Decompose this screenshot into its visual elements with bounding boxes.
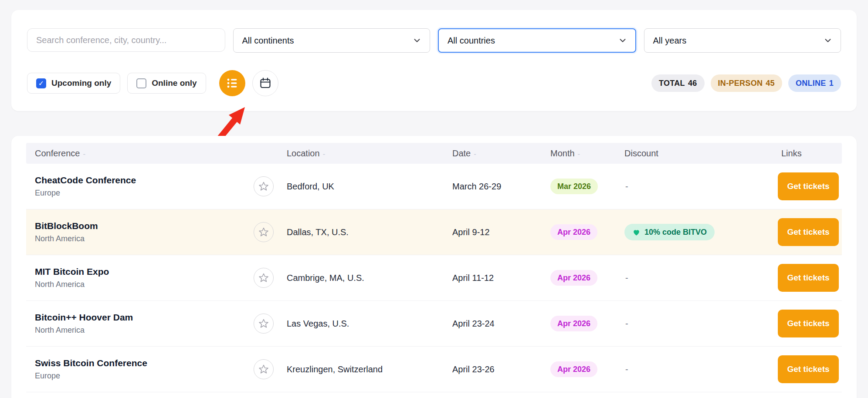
month-badge: Apr 2026 <box>550 224 597 240</box>
filter-row-secondary: ✓ Upcoming only Online only TOTAL <box>27 70 841 96</box>
star-icon <box>258 227 269 237</box>
filter-row-primary: All continents All countries All years <box>27 28 841 53</box>
location-cell: Dallas, TX, U.S. <box>283 227 449 237</box>
month-badge: Apr 2026 <box>550 361 597 377</box>
conference-region: North America <box>35 234 244 243</box>
table-row: CheatCode Conference Europe Bedford, UK … <box>26 164 842 209</box>
checkbox-unchecked-icon <box>136 78 146 88</box>
table-row: BitBlockBoom North America Dallas, TX, U… <box>26 209 842 255</box>
favorite-button[interactable] <box>254 314 274 334</box>
header-conference[interactable]: Conference- <box>26 148 244 159</box>
chevron-down-icon <box>412 36 422 45</box>
header-location[interactable]: Location- <box>283 148 449 159</box>
month-badge: Mar 2026 <box>550 179 598 194</box>
country-select-value: All countries <box>448 36 495 46</box>
conference-region: Europe <box>35 189 244 198</box>
country-select[interactable]: All countries <box>438 28 636 53</box>
month-badge: Apr 2026 <box>550 316 597 331</box>
table-row: MIT Bitcoin Expo North America Cambrige,… <box>26 255 842 301</box>
star-icon <box>258 181 269 192</box>
continent-select[interactable]: All continents <box>233 28 431 53</box>
header-discount: Discount <box>621 148 778 159</box>
calendar-view-button[interactable] <box>252 70 278 96</box>
favorite-button[interactable] <box>254 268 274 288</box>
continent-select-value: All continents <box>242 36 294 46</box>
calendar-view-icon <box>259 77 271 89</box>
date-cell: April 9-12 <box>449 227 547 237</box>
table-row: Bitcoin++ Hoover Dam North America Las V… <box>26 301 842 347</box>
in-person-badge: IN-PERSON 45 <box>711 74 782 92</box>
discount-text: 10% code BITVO <box>644 228 707 237</box>
favorite-button[interactable] <box>254 176 274 196</box>
date-cell: April 23-26 <box>449 364 547 374</box>
date-cell: April 11-12 <box>449 273 547 283</box>
total-badge: TOTAL 46 <box>651 74 704 92</box>
stats-badges: TOTAL 46 IN-PERSON 45 ONLINE 1 <box>651 74 841 92</box>
upcoming-only-label: Upcoming only <box>51 78 111 88</box>
discount-empty: - <box>621 319 628 328</box>
conference-region: Europe <box>35 371 244 381</box>
chevron-down-icon <box>618 36 627 45</box>
chevron-down-icon <box>823 36 833 45</box>
star-icon <box>258 273 269 283</box>
total-label: TOTAL <box>659 79 685 88</box>
discount-empty: - <box>621 364 628 374</box>
favorite-button[interactable] <box>254 222 274 242</box>
table-row: Swiss Bitcoin Conference Europe Kreuzlin… <box>26 347 842 392</box>
location-cell: Kreuzlingen, Switzerland <box>283 364 449 374</box>
upcoming-only-checkbox[interactable]: ✓ Upcoming only <box>27 73 120 94</box>
conference-cell: CheatCode Conference Europe <box>26 175 244 198</box>
star-icon <box>258 318 269 329</box>
table-header-row: Conference- Location- Date- Month- Disco… <box>26 143 842 164</box>
year-select-value: All years <box>653 36 687 46</box>
conference-table: Conference- Location- Date- Month- Disco… <box>11 136 857 398</box>
online-label: ONLINE <box>796 79 826 88</box>
location-cell: Las Vegas, U.S. <box>283 319 449 329</box>
conference-name-link[interactable]: Swiss Bitcoin Conference <box>35 358 244 368</box>
get-tickets-button[interactable]: Get tickets <box>778 355 839 383</box>
heart-icon <box>632 228 641 236</box>
sort-indicator: - <box>474 150 476 158</box>
conference-name-link[interactable]: Bitcoin++ Hoover Dam <box>35 312 244 323</box>
get-tickets-button[interactable]: Get tickets <box>778 172 839 200</box>
in-person-label: IN-PERSON <box>718 79 763 88</box>
list-view-icon <box>226 77 238 89</box>
header-links: Links <box>778 148 842 159</box>
online-only-checkbox[interactable]: Online only <box>127 73 206 94</box>
total-value: 46 <box>688 79 697 88</box>
discount-badge: 10% code BITVO <box>624 224 715 240</box>
online-only-label: Online only <box>152 78 197 88</box>
filters-panel: All continents All countries All years ✓… <box>11 10 857 111</box>
month-badge: Apr 2026 <box>550 270 597 286</box>
in-person-value: 45 <box>766 79 775 88</box>
conference-cell: MIT Bitcoin Expo North America <box>26 266 244 289</box>
sort-indicator: - <box>83 150 85 158</box>
search-input[interactable] <box>27 28 225 52</box>
year-select[interactable]: All years <box>644 28 841 53</box>
conference-cell: Swiss Bitcoin Conference Europe <box>26 358 244 381</box>
location-cell: Cambrige, MA, U.S. <box>283 273 449 283</box>
conference-cell: Bitcoin++ Hoover Dam North America <box>26 312 244 335</box>
favorite-button[interactable] <box>254 359 274 379</box>
get-tickets-button[interactable]: Get tickets <box>778 264 839 292</box>
location-cell: Bedford, UK <box>283 182 449 192</box>
discount-empty: - <box>621 182 628 191</box>
date-cell: March 26-29 <box>449 182 547 192</box>
date-cell: April 23-24 <box>449 319 547 329</box>
sort-indicator: - <box>323 150 326 158</box>
list-view-button[interactable] <box>219 70 245 96</box>
online-badge: ONLINE 1 <box>788 74 841 92</box>
discount-empty: - <box>621 273 628 283</box>
sort-indicator: - <box>578 150 580 158</box>
conference-region: North America <box>35 280 244 289</box>
conference-name-link[interactable]: BitBlockBoom <box>35 221 244 231</box>
header-date[interactable]: Date- <box>449 148 547 159</box>
checkbox-checked-icon: ✓ <box>36 78 46 88</box>
get-tickets-button[interactable]: Get tickets <box>778 218 839 246</box>
conference-name-link[interactable]: MIT Bitcoin Expo <box>35 266 244 277</box>
conference-region: North America <box>35 326 244 335</box>
conference-name-link[interactable]: CheatCode Conference <box>35 175 244 186</box>
conference-cell: BitBlockBoom North America <box>26 221 244 243</box>
get-tickets-button[interactable]: Get tickets <box>778 310 839 337</box>
header-month[interactable]: Month- <box>547 148 621 159</box>
